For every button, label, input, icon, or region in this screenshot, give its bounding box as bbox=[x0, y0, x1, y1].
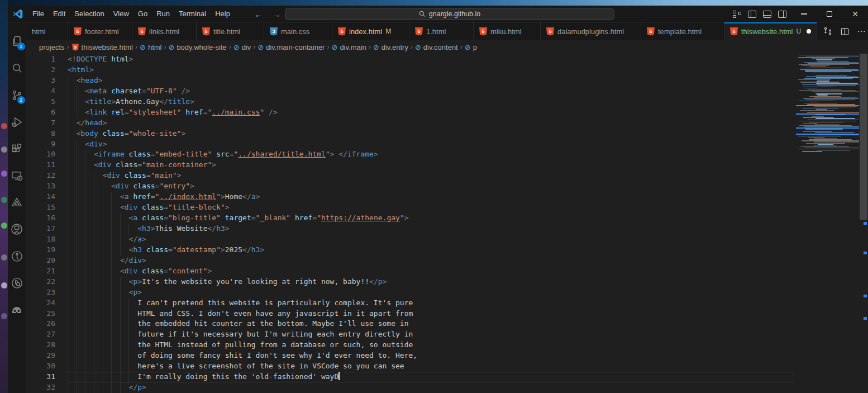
code-text: <a class="blog-title" target="_blank" hr… bbox=[68, 213, 409, 224]
scrollbar-slider[interactable] bbox=[860, 54, 867, 220]
tab-dalamudplugins-html[interactable]: 5dalamudplugins.html bbox=[541, 22, 641, 40]
toggle-primary-sidebar-icon[interactable] bbox=[748, 11, 756, 18]
forward-arrow-icon[interactable]: → bbox=[270, 10, 283, 19]
open-changes-icon[interactable] bbox=[822, 25, 834, 37]
tab-title-html[interactable]: 5title.html bbox=[197, 22, 264, 40]
breadcrumb-item-div-main-container[interactable]: ⊘div.main-container bbox=[257, 43, 325, 51]
line-number: 12 bbox=[26, 171, 55, 181]
menu-run[interactable]: Run bbox=[152, 6, 174, 22]
more-actions-icon[interactable]: ⋯ bbox=[855, 25, 867, 37]
code-line-11[interactable]: 11 <div class="main-container"> bbox=[26, 160, 868, 171]
menu-help[interactable]: Help bbox=[211, 6, 235, 22]
menu-file[interactable]: File bbox=[28, 6, 49, 22]
code-line-24[interactable]: 24 I can't pretend this website is parti… bbox=[26, 298, 868, 309]
menu-selection[interactable]: Selection bbox=[70, 6, 108, 22]
breadcrumb-item-div-entry[interactable]: ⊘div.entry bbox=[373, 43, 408, 51]
line-number: 7 bbox=[26, 118, 55, 129]
minimap[interactable] bbox=[796, 54, 859, 160]
back-arrow-icon[interactable]: ← bbox=[252, 10, 265, 19]
code-line-15[interactable]: 15 <div class="title-block"> bbox=[26, 202, 868, 213]
code-line-3[interactable]: 3 <head> bbox=[26, 75, 868, 86]
source-control-icon[interactable]: 2 bbox=[8, 82, 26, 108]
customize-layout-icon[interactable] bbox=[733, 11, 741, 18]
code-text: <head> bbox=[68, 75, 103, 86]
editor-actions: ⋯ bbox=[817, 22, 868, 40]
code-editor[interactable]: 1<!DOCTYPE html>2<html>3 <head>4 <meta c… bbox=[26, 54, 868, 393]
code-line-5[interactable]: 5 <title>Athene.Gay</title> bbox=[26, 97, 868, 107]
search-icon[interactable] bbox=[8, 55, 26, 82]
tab-index-html[interactable]: 5index.htmlM bbox=[332, 22, 409, 40]
code-line-8[interactable]: 8 <body class="whole-site"> bbox=[26, 129, 868, 139]
github-icon[interactable] bbox=[8, 216, 26, 243]
code-line-23[interactable]: 23 <p> bbox=[26, 287, 868, 298]
line-number: 30 bbox=[26, 361, 55, 372]
tab-thiswebsite-html[interactable]: 5thiswebsite.htmlU bbox=[724, 22, 817, 40]
code-line-16[interactable]: 16 <a class="blog-title" target="_blank"… bbox=[26, 213, 868, 224]
vertical-scrollbar[interactable] bbox=[859, 54, 868, 393]
maximize-button[interactable] bbox=[817, 6, 842, 22]
toggle-panel-icon[interactable] bbox=[763, 11, 771, 18]
toggle-secondary-sidebar-icon[interactable] bbox=[778, 11, 786, 18]
gitlens-icon[interactable] bbox=[8, 243, 26, 269]
remote-explorer-icon[interactable] bbox=[8, 162, 26, 189]
code-line-12[interactable]: 12 <div class="main"> bbox=[26, 171, 868, 181]
code-line-9[interactable]: 9 <div> bbox=[26, 139, 868, 150]
code-line-2[interactable]: 2<html> bbox=[26, 65, 868, 75]
code-line-31[interactable]: 31 I'm really doing this the 'old-fashio… bbox=[26, 372, 868, 382]
code-line-26[interactable]: 26 the embedded hit counter at the botto… bbox=[26, 319, 868, 329]
menu-go[interactable]: Go bbox=[133, 6, 152, 22]
breadcrumb-item-body-whole-site[interactable]: ⊘body.whole-site bbox=[168, 43, 226, 51]
run-debug-icon[interactable] bbox=[8, 108, 26, 135]
split-editor-icon[interactable] bbox=[838, 25, 851, 37]
tab-links-html[interactable]: 5links.html bbox=[132, 22, 197, 40]
menu-view[interactable]: View bbox=[109, 6, 133, 22]
code-line-28[interactable]: 28 the HTML instead of pulling from a da… bbox=[26, 340, 868, 351]
close-button[interactable]: ✕ bbox=[842, 6, 868, 22]
breadcrumb-item-div-main[interactable]: ⊘div.main bbox=[331, 43, 366, 51]
menu-edit[interactable]: Edit bbox=[49, 6, 70, 22]
code-line-7[interactable]: 7 </head> bbox=[26, 118, 868, 129]
minimap-line bbox=[803, 87, 834, 87]
breadcrumb-item-p[interactable]: ⊘p bbox=[465, 43, 477, 51]
code-line-20[interactable]: 20 </div> bbox=[26, 255, 868, 266]
code-line-22[interactable]: 22 <p>It's the website you're looking at… bbox=[26, 277, 868, 287]
code-line-10[interactable]: 10 <iframe class="embed-title" src="../s… bbox=[26, 149, 868, 160]
godot-icon[interactable] bbox=[8, 296, 26, 323]
breadcrumb-item-div[interactable]: ⊘div bbox=[233, 43, 251, 51]
code-line-17[interactable]: 17 <h3>This Website</h3> bbox=[26, 224, 868, 234]
breadcrumb-item-html[interactable]: ⊘html bbox=[140, 43, 161, 51]
code-line-1[interactable]: 1<!DOCTYPE html> bbox=[26, 54, 868, 65]
code-line-14[interactable]: 14 <a href="../index.html">Home</a> bbox=[26, 192, 868, 202]
menu-terminal[interactable]: Terminal bbox=[174, 6, 211, 22]
code-line-21[interactable]: 21 <div class="content"> bbox=[26, 266, 868, 277]
code-line-27[interactable]: 27 future if it's necessary but I'm writ… bbox=[26, 329, 868, 340]
tab-template-html[interactable]: 5template.html bbox=[641, 22, 724, 40]
tab-miku-html[interactable]: 5miku.html bbox=[474, 22, 541, 40]
tab-footer-html[interactable]: 5footer.html bbox=[68, 22, 132, 40]
breadcrumb-item-div-content[interactable]: ⊘div.content bbox=[415, 43, 458, 51]
triangle-extension-icon[interactable] bbox=[8, 189, 26, 216]
extensions-icon[interactable] bbox=[8, 135, 26, 162]
minimize-button[interactable] bbox=[791, 6, 817, 22]
code-line-6[interactable]: 6 <link rel="stylesheet" href="../main.c… bbox=[26, 107, 868, 118]
html-symbol-icon: ⊘ bbox=[168, 44, 174, 51]
explorer-icon[interactable]: 1 bbox=[8, 28, 26, 55]
breadcrumb-item-thiswebsite-html[interactable]: 5thiswebsite.html bbox=[71, 43, 133, 51]
code-line-29[interactable]: 29 of doing some fancy shit I don't see … bbox=[26, 351, 868, 361]
tab-1-html[interactable]: 51.html bbox=[409, 22, 474, 40]
scrollbar-decoration bbox=[864, 317, 867, 320]
gitlens-inspect-icon[interactable] bbox=[8, 269, 26, 296]
code-line-4[interactable]: 4 <meta charset="UTF-8" /> bbox=[26, 86, 868, 97]
code-line-30[interactable]: 30 here's a live screenshot of the site … bbox=[26, 361, 868, 372]
code-line-13[interactable]: 13 <div class="entry"> bbox=[26, 181, 868, 192]
code-line-25[interactable]: 25 HTML and CSS. I don't even have any j… bbox=[26, 309, 868, 319]
tab-html[interactable]: html bbox=[26, 22, 68, 40]
line-number: 24 bbox=[26, 298, 55, 309]
code-line-19[interactable]: 19 <h3 class="datestamp">2025</h3> bbox=[26, 245, 868, 255]
command-center-search[interactable]: gnargle.github.io bbox=[285, 8, 614, 20]
code-line-32[interactable]: 32 </p> bbox=[26, 382, 868, 393]
tab-main-css[interactable]: 3main.css bbox=[264, 22, 332, 40]
breadcrumb-item-projects[interactable]: projects bbox=[39, 43, 65, 51]
code-line-18[interactable]: 18 </a> bbox=[26, 234, 868, 245]
unsaved-dot-icon[interactable] bbox=[807, 29, 811, 34]
